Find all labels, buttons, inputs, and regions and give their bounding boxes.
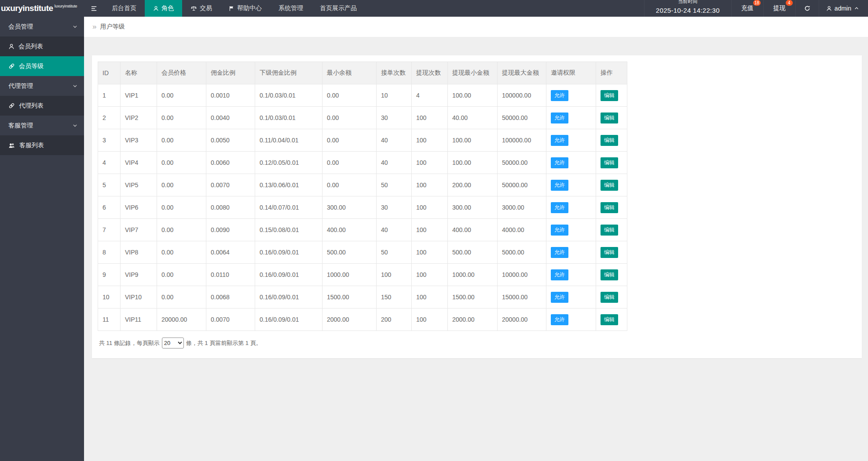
table-header-row: ID名称会员价格佣金比例下级佣金比例最小余额接单次数提现次数提现最小金额提现最大… — [98, 62, 627, 84]
table-cell: VIP2 — [121, 107, 157, 129]
nav-item-help[interactable]: 帮助中心 — [220, 0, 270, 17]
time-value: 2025-10-24 14:22:30 — [656, 7, 720, 14]
action-cell: 编辑 — [596, 84, 627, 107]
sidebar-group-support[interactable]: 客服管理 — [0, 116, 84, 135]
action-cell: 编辑 — [596, 241, 627, 264]
chevron-down-icon — [72, 24, 78, 29]
table-cell: 40 — [377, 129, 412, 152]
table-cell: 0.0070 — [206, 309, 255, 331]
table-cell: 500.00 — [448, 241, 498, 264]
top-nav: 后台首页 角色 交易 帮助中心 系统管理 首页展示产品 — [103, 0, 365, 17]
edit-button[interactable]: 编辑 — [601, 135, 618, 146]
menu-toggle-icon[interactable] — [84, 0, 103, 17]
table-cell: 3000.00 — [498, 196, 546, 219]
action-cell: 编辑 — [596, 174, 627, 196]
table-row: 3VIP30.000.00500.11/0.04/0.010.004010010… — [98, 129, 627, 152]
nav-item-homepage-products[interactable]: 首页展示产品 — [311, 0, 365, 17]
nav-item-roles[interactable]: 角色 — [145, 0, 182, 17]
table-cell: 0.0090 — [206, 219, 255, 241]
sidebar-item-agent-list[interactable]: 代理列表 — [0, 96, 84, 116]
edit-button[interactable]: 编辑 — [601, 314, 618, 325]
allow-button[interactable]: 允许 — [551, 202, 568, 213]
breadcrumb: » 用户等级 — [84, 17, 868, 37]
table-cell: 300.00 — [322, 196, 377, 219]
nav-label: 系统管理 — [278, 4, 303, 12]
table-cell: 1500.00 — [448, 286, 498, 309]
table-cell: 8 — [98, 241, 121, 264]
table-cell: 0.00 — [157, 219, 206, 241]
nav-item-home[interactable]: 后台首页 — [103, 0, 145, 17]
nav-label: 帮助中心 — [237, 4, 262, 12]
current-time: 当前时间 2025-10-24 14:22:30 — [644, 0, 731, 17]
table-cell: 20000.00 — [157, 309, 206, 331]
edit-button[interactable]: 编辑 — [601, 225, 618, 236]
table-cell: 100.00 — [448, 129, 498, 152]
sidebar-item-member-list[interactable]: 会员列表 — [0, 36, 84, 56]
edit-button[interactable]: 编辑 — [601, 247, 618, 258]
allow-button[interactable]: 允许 — [551, 292, 568, 303]
edit-button[interactable]: 编辑 — [601, 292, 618, 303]
sidebar-group-label: 客服管理 — [8, 122, 33, 130]
edit-button[interactable]: 编辑 — [601, 269, 618, 280]
table-cell: 5000.00 — [498, 241, 546, 264]
edit-button[interactable]: 编辑 — [601, 180, 618, 191]
table-cell: 50000.00 — [498, 152, 546, 174]
edit-button[interactable]: 编辑 — [601, 90, 618, 101]
sidebar-item-label: 会员列表 — [18, 43, 43, 51]
sidebar-group-members[interactable]: 会员管理 — [0, 17, 84, 36]
recharge-label: 充值 — [741, 4, 754, 12]
allow-button[interactable]: 允许 — [551, 90, 568, 101]
allow-button[interactable]: 允许 — [551, 247, 568, 258]
brand-logo: uxuryinstitute luxuryinstitute — [0, 0, 84, 17]
sidebar-item-support-list[interactable]: 客服列表 — [0, 135, 84, 155]
allow-button[interactable]: 允许 — [551, 157, 568, 168]
nav-item-trade[interactable]: 交易 — [182, 0, 220, 17]
allow-button[interactable]: 允许 — [551, 225, 568, 236]
table-cell: VIP8 — [121, 241, 157, 264]
table-cell: 400.00 — [448, 219, 498, 241]
table-cell: 100 — [377, 264, 412, 286]
withdraw-link[interactable]: 提现 4 — [763, 0, 795, 17]
user-menu[interactable]: admin — [819, 0, 868, 17]
allow-button[interactable]: 允许 — [551, 314, 568, 325]
table-row: 7VIP70.000.00900.15/0.08/0.01400.0040100… — [98, 219, 627, 241]
nav-label: 后台首页 — [112, 4, 136, 12]
edit-button[interactable]: 编辑 — [601, 157, 618, 168]
main-content: » 用户等级 ID名称会员价格佣金比例下级佣金比例最小余额接单次数提现次数提现最… — [84, 17, 868, 461]
allow-button[interactable]: 允许 — [551, 113, 568, 123]
table-cell: VIP6 — [121, 196, 157, 219]
invite-permission-cell: 允许 — [546, 152, 596, 174]
person-icon — [8, 44, 15, 50]
table-cell: 0.00 — [322, 174, 377, 196]
page-size-select[interactable]: 20 — [162, 338, 184, 348]
nav-item-system[interactable]: 系统管理 — [270, 0, 311, 17]
table-cell: 0.00 — [157, 107, 206, 129]
allow-button[interactable]: 允许 — [551, 180, 568, 191]
table-row: 4VIP40.000.00600.12/0.05/0.010.004010010… — [98, 152, 627, 174]
recharge-link[interactable]: 充值 18 — [731, 0, 763, 17]
top-bar: uxuryinstitute luxuryinstitute 后台首页 角色 交… — [0, 0, 868, 17]
brand-name: uxuryinstitute — [1, 4, 53, 13]
table-cell: 3 — [98, 129, 121, 152]
table-cell: 0.12/0.05/0.01 — [255, 152, 322, 174]
table-cell: 40 — [377, 219, 412, 241]
table-cell: 100 — [412, 107, 448, 129]
table-cell: 7 — [98, 219, 121, 241]
table-cell: 100 — [412, 286, 448, 309]
invite-permission-cell: 允许 — [546, 129, 596, 152]
link-icon — [8, 102, 15, 109]
sidebar-group-agents[interactable]: 代理管理 — [0, 76, 84, 96]
allow-button[interactable]: 允许 — [551, 135, 568, 146]
table-cell: VIP11 — [121, 309, 157, 331]
refresh-button[interactable] — [795, 0, 819, 17]
edit-button[interactable]: 编辑 — [601, 113, 618, 123]
table-cell: 0.1/0.03/0.01 — [255, 84, 322, 107]
sidebar-item-member-level[interactable]: 会员等级 — [0, 56, 84, 76]
table-cell: 50000.00 — [498, 174, 546, 196]
column-header-9: 提现最大金额 — [498, 62, 546, 84]
allow-button[interactable]: 允许 — [551, 269, 568, 280]
table-cell: 0.0110 — [206, 264, 255, 286]
table-cell: 0.00 — [322, 107, 377, 129]
edit-button[interactable]: 编辑 — [601, 202, 618, 213]
table-cell: 4 — [412, 84, 448, 107]
